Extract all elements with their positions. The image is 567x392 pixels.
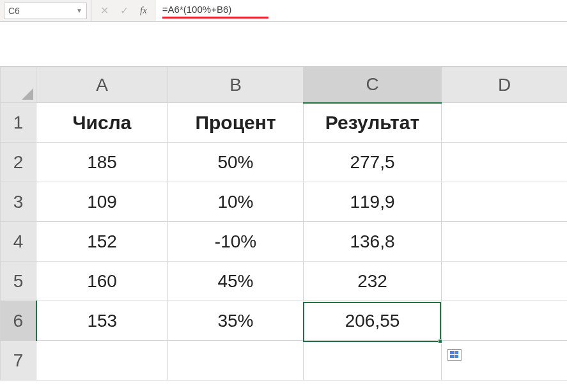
cell-D1[interactable] bbox=[442, 103, 568, 143]
col-header-B[interactable]: B bbox=[168, 67, 304, 103]
cell-B2[interactable]: 50% bbox=[168, 143, 304, 182]
autofill-options-button[interactable] bbox=[447, 349, 462, 361]
select-all-corner[interactable] bbox=[1, 67, 36, 103]
cell-D2[interactable] bbox=[442, 143, 568, 182]
confirm-icon[interactable]: ✓ bbox=[120, 4, 128, 17]
name-box[interactable]: C6 ▼ bbox=[4, 3, 87, 19]
cell-A7[interactable] bbox=[36, 341, 168, 380]
cell-B5[interactable]: 45% bbox=[168, 262, 304, 301]
cell-C7[interactable] bbox=[304, 341, 442, 380]
cell-B6[interactable]: 35% bbox=[168, 301, 304, 341]
chevron-down-icon[interactable]: ▼ bbox=[76, 7, 82, 14]
grid-table: A B C D 1 Числа Процент Результат 2 185 … bbox=[0, 67, 567, 380]
col-header-D[interactable]: D bbox=[442, 67, 568, 103]
cell-C1[interactable]: Результат bbox=[304, 103, 442, 143]
cell-B1[interactable]: Процент bbox=[168, 103, 304, 143]
cell-A3[interactable]: 109 bbox=[36, 182, 168, 222]
formula-controls: ✕ ✓ fx bbox=[91, 0, 156, 21]
cell-D4[interactable] bbox=[442, 222, 568, 262]
formula-bar-expanded-area[interactable] bbox=[0, 22, 567, 67]
formula-input[interactable]: =A6*(100%+B6) bbox=[156, 0, 567, 21]
formula-bar: C6 ▼ ✕ ✓ fx =A6*(100%+B6) bbox=[0, 0, 567, 22]
cell-C2[interactable]: 277,5 bbox=[304, 143, 442, 182]
row-header-6[interactable]: 6 bbox=[1, 301, 36, 341]
cell-B7[interactable] bbox=[168, 341, 304, 380]
cell-D3[interactable] bbox=[442, 182, 568, 222]
spreadsheet-grid: A B C D 1 Числа Процент Результат 2 185 … bbox=[0, 67, 567, 380]
row-header-7[interactable]: 7 bbox=[1, 341, 36, 380]
row-header-2[interactable]: 2 bbox=[1, 143, 36, 182]
cell-B4[interactable]: -10% bbox=[168, 222, 304, 262]
name-box-value: C6 bbox=[8, 6, 20, 16]
svg-rect-3 bbox=[454, 355, 458, 358]
svg-rect-1 bbox=[454, 351, 458, 354]
col-header-C[interactable]: C bbox=[304, 67, 442, 103]
cell-D5[interactable] bbox=[442, 262, 568, 301]
row-header-4[interactable]: 4 bbox=[1, 222, 36, 262]
formula-text: =A6*(100%+B6) bbox=[162, 4, 231, 15]
cell-B3[interactable]: 10% bbox=[168, 182, 304, 222]
cell-C6[interactable]: 206,55 bbox=[304, 301, 442, 341]
row-header-5[interactable]: 5 bbox=[1, 262, 36, 301]
row-header-3[interactable]: 3 bbox=[1, 182, 36, 222]
cancel-icon[interactable]: ✕ bbox=[100, 4, 109, 17]
cell-D6[interactable] bbox=[442, 301, 568, 341]
row-header-1[interactable]: 1 bbox=[1, 103, 36, 143]
cell-A1[interactable]: Числа bbox=[36, 103, 168, 143]
cell-A6[interactable]: 153 bbox=[36, 301, 168, 341]
fx-icon[interactable]: fx bbox=[140, 5, 147, 16]
cell-C4[interactable]: 136,8 bbox=[304, 222, 442, 262]
cell-A4[interactable]: 152 bbox=[36, 222, 168, 262]
svg-rect-2 bbox=[450, 355, 454, 358]
col-header-A[interactable]: A bbox=[36, 67, 168, 103]
annotation-underline bbox=[162, 17, 268, 19]
cell-A5[interactable]: 160 bbox=[36, 262, 168, 301]
cell-A2[interactable]: 185 bbox=[36, 143, 168, 182]
svg-rect-0 bbox=[450, 351, 454, 354]
cell-C3[interactable]: 119,9 bbox=[304, 182, 442, 222]
cell-C5[interactable]: 232 bbox=[304, 262, 442, 301]
